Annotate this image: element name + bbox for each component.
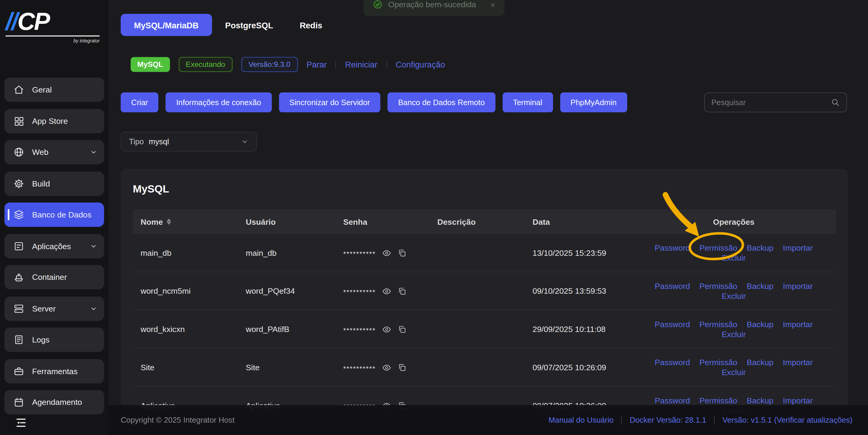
op-excluir-link[interactable]: Excluir <box>722 292 746 300</box>
operations-line-2: Excluir <box>722 330 746 339</box>
divider <box>714 416 715 424</box>
op-backup-link[interactable]: Backup <box>747 396 774 405</box>
search-box <box>704 93 847 112</box>
copy-password-icon[interactable] <box>397 287 407 296</box>
op-password-link[interactable]: Password <box>655 396 690 405</box>
sidebar-item-aplicacoes[interactable]: Aplicações <box>4 234 104 258</box>
op-permissao-link[interactable]: Permissão <box>700 396 738 405</box>
table-body: main_db main_db ********** 13/10/2025 15… <box>133 234 836 425</box>
informacoes-conexao-button[interactable]: Informações de conexão <box>166 93 272 112</box>
op-permissao-link[interactable]: Permissão <box>700 243 738 252</box>
chevron-down-icon <box>241 138 249 145</box>
search-input[interactable] <box>711 98 831 107</box>
copy-password-icon[interactable] <box>397 325 407 334</box>
sidebar-item-banco-de-dados[interactable]: Banco de Dados <box>4 202 104 227</box>
op-permissao-link[interactable]: Permissão <box>700 358 738 367</box>
versao-atualizacoes-link[interactable]: Versão: v1.5.1 (Verificar atualizações) <box>722 415 852 424</box>
sidebar-item-geral[interactable]: Geral <box>4 77 104 102</box>
sidebar-item-container[interactable]: Container <box>4 265 104 290</box>
service-status-row: MySQL Executando Versão:9.3.0 Parar Rein… <box>130 56 445 72</box>
cell-data: 09/07/2025 10:26:09 <box>525 363 631 372</box>
reiniciar-link[interactable]: Reiniciar <box>345 59 377 69</box>
op-permissao-link[interactable]: Permissão <box>700 282 738 291</box>
reveal-password-icon[interactable] <box>382 248 391 258</box>
copy-password-icon[interactable] <box>397 363 407 372</box>
reveal-password-icon[interactable] <box>382 287 391 296</box>
sincronizar-servidor-button[interactable]: Sincronizar do Servidor <box>279 93 380 112</box>
docker-versao-link[interactable]: Docker Versão: 28.1.1 <box>629 415 706 424</box>
op-backup-link[interactable]: Backup <box>747 282 774 291</box>
criar-button[interactable]: Criar <box>121 93 158 112</box>
op-password-link[interactable]: Password <box>655 282 690 291</box>
sidebar-item-logs[interactable]: Logs <box>4 328 104 352</box>
tipo-select[interactable]: Tipo mysql <box>121 132 257 152</box>
op-importar-link[interactable]: Importar <box>783 358 813 367</box>
chevron-down-icon <box>90 148 98 156</box>
cell-data: 13/10/2025 15:23:59 <box>525 248 631 257</box>
sort-icon[interactable] <box>167 219 171 225</box>
divider <box>386 60 387 68</box>
reveal-password-icon[interactable] <box>382 325 391 334</box>
cell-operacoes: Password Permissão Backup Importar Exclu… <box>632 358 836 376</box>
op-backup-link[interactable]: Backup <box>747 243 774 252</box>
tab-postgresql[interactable]: PostgreSQL <box>212 14 286 36</box>
tab-redis[interactable]: Redis <box>286 14 336 36</box>
cell-operacoes: Password Permissão Backup Importar Exclu… <box>632 320 836 339</box>
cell-senha: ********** <box>336 287 430 296</box>
sidebar-item-label: Ferramentas <box>32 367 78 375</box>
manual-usuario-link[interactable]: Manual do Usuário <box>549 415 614 424</box>
action-buttons-row: Criar Informações de conexão Sincronizar… <box>121 93 627 112</box>
op-importar-link[interactable]: Importar <box>783 396 813 405</box>
reveal-password-icon[interactable] <box>382 363 391 372</box>
sidebar-item-ferramentas[interactable]: Ferramentas <box>4 359 104 383</box>
op-excluir-link[interactable]: Excluir <box>722 330 746 339</box>
copy-password-icon[interactable] <box>397 248 407 258</box>
op-password-link[interactable]: Password <box>655 320 690 329</box>
operations-line-2: Excluir <box>722 292 746 300</box>
cell-operacoes: Password Permissão Backup Importar Exclu… <box>632 282 836 300</box>
op-excluir-link[interactable]: Excluir <box>722 368 746 376</box>
calendar-icon <box>13 397 24 408</box>
footer-links: Manual do Usuário Docker Versão: 28.1.1 … <box>549 415 852 424</box>
phpmyadmin-button[interactable]: PhpMyAdmin <box>560 93 627 112</box>
gear-icon <box>13 178 24 189</box>
op-password-link[interactable]: Password <box>655 243 690 252</box>
cell-usuario: word_PQef34 <box>238 287 336 295</box>
collapse-sidebar-button[interactable] <box>14 416 30 429</box>
sidebar: //CP by integrator Geral App Store Web B… <box>0 0 108 435</box>
logo-subtitle: by integrator <box>5 36 99 44</box>
op-importar-link[interactable]: Importar <box>783 320 813 329</box>
op-importar-link[interactable]: Importar <box>783 282 813 291</box>
sidebar-item-label: Aplicações <box>32 242 71 250</box>
column-header-descricao: Descrição <box>430 217 525 226</box>
sidebar-item-build[interactable]: Build <box>4 171 104 196</box>
sidebar-item-label: App Store <box>32 116 68 125</box>
tipo-label: Tipo <box>129 137 144 146</box>
op-backup-link[interactable]: Backup <box>747 358 774 367</box>
op-backup-link[interactable]: Backup <box>747 320 774 329</box>
main-content: MySQL/MariaDB PostgreSQL Redis MySQL Exe… <box>108 0 868 435</box>
sidebar-item-web[interactable]: Web <box>4 140 104 165</box>
sidebar-item-server[interactable]: Server <box>4 296 104 321</box>
op-permissao-link[interactable]: Permissão <box>700 320 738 329</box>
banco-dados-remoto-button[interactable]: Banco de Dados Remoto <box>388 93 495 112</box>
sidebar-item-agendamento[interactable]: Agendamento <box>4 390 104 414</box>
running-status-badge: Executando <box>179 57 232 72</box>
tab-mysql-mariadb[interactable]: MySQL/MariaDB <box>121 14 212 36</box>
parar-link[interactable]: Parar <box>307 59 327 69</box>
op-excluir-link[interactable]: Excluir <box>722 253 746 262</box>
sidebar-item-label: Build <box>32 179 50 188</box>
sidebar-item-app-store[interactable]: App Store <box>4 109 104 133</box>
cell-nome: Site <box>133 363 238 372</box>
column-header-nome[interactable]: Nome <box>133 217 238 226</box>
service-badge: MySQL <box>130 57 170 72</box>
op-password-link[interactable]: Password <box>655 358 690 367</box>
footer: Copyright © 2025 Integrator Host Manual … <box>108 405 868 435</box>
cell-nome: word_ncm5mi <box>133 287 238 295</box>
terminal-button[interactable]: Terminal <box>502 93 553 112</box>
configuracao-link[interactable]: Configuração <box>396 59 445 69</box>
globe-icon <box>13 147 24 158</box>
op-importar-link[interactable]: Importar <box>783 243 813 252</box>
tipo-value: mysql <box>149 137 169 146</box>
toast-close-icon[interactable]: × <box>490 0 495 9</box>
